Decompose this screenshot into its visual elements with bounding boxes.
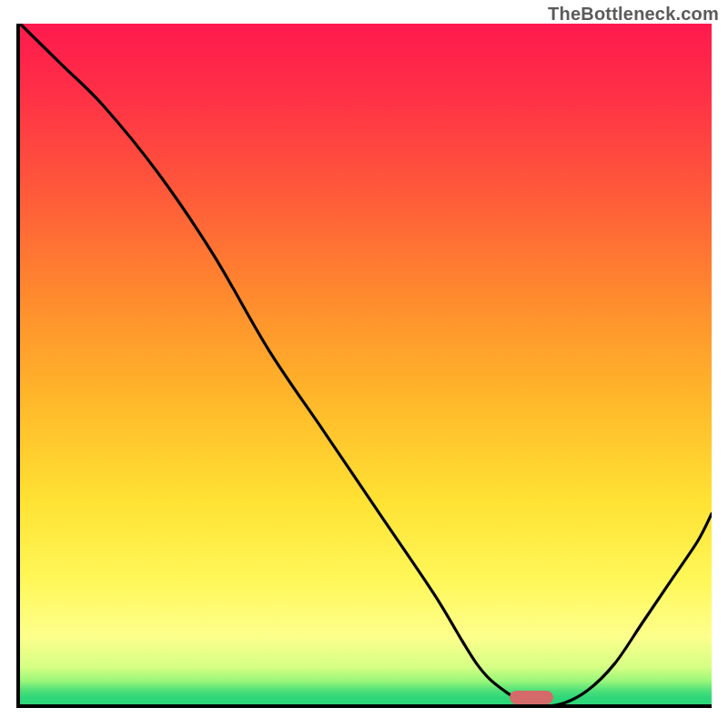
bottleneck-curve [20, 24, 712, 704]
optimal-marker [510, 691, 553, 704]
plot-area [16, 24, 712, 708]
watermark-text: TheBottleneck.com [548, 4, 719, 25]
